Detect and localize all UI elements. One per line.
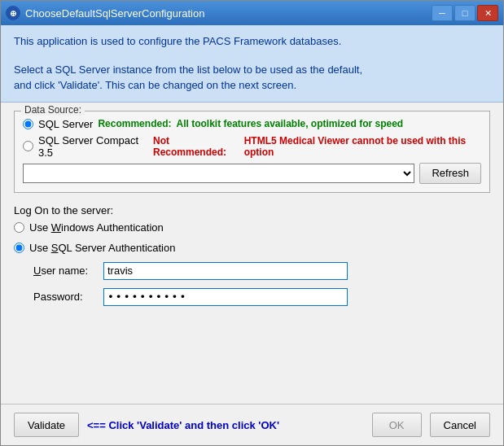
logon-section: Log On to the server: Use Windows Authen… xyxy=(14,204,490,310)
close-button[interactable]: ✕ xyxy=(477,5,498,21)
sql-auth-row: Use SQL Server Authentication xyxy=(14,242,490,254)
password-label: Password: xyxy=(33,291,99,303)
sql-auth-radio[interactable] xyxy=(14,243,24,253)
windows-auth-label[interactable]: Use Windows Authentication xyxy=(29,221,164,234)
bottom-bar: Validate <== Click 'Validate' and then c… xyxy=(1,404,503,445)
bottom-message: <== Click 'Validate' and then click 'OK' xyxy=(87,419,364,431)
sql-server-row: SQL Server Recommended: All toolkit feat… xyxy=(23,118,481,130)
data-source-label: Data Source: xyxy=(21,104,85,116)
content-area: This application is used to configure th… xyxy=(1,25,503,445)
app-icon: ⊕ xyxy=(6,6,20,20)
ok-button[interactable]: OK xyxy=(372,413,422,437)
sql-server-recommendation-text: All toolkit features available, optimize… xyxy=(176,118,403,129)
info-line3: and click 'Validate'. This can be change… xyxy=(14,77,490,94)
validate-button[interactable]: Validate xyxy=(14,413,79,437)
username-label: User name: xyxy=(33,265,99,277)
info-line2: Select a SQL Server instance from the li… xyxy=(14,62,490,78)
title-bar: ⊕ ChooseDefaultSqlServerConfiguration ─ … xyxy=(1,1,503,25)
info-panel: This application is used to configure th… xyxy=(1,25,503,103)
logon-options: Use Windows Authentication Use SQL Serve… xyxy=(14,221,490,310)
minimize-button[interactable]: ─ xyxy=(432,5,453,21)
windows-auth-radio[interactable] xyxy=(14,222,24,233)
main-panel: Data Source: SQL Server Recommended: All… xyxy=(1,103,503,404)
username-input[interactable] xyxy=(103,262,348,280)
sql-server-radio[interactable] xyxy=(23,119,33,129)
sql-auth-label[interactable]: Use SQL Server Authentication xyxy=(29,242,175,254)
title-buttons: ─ □ ✕ xyxy=(432,5,498,21)
sql-server-radio-label[interactable]: SQL Server xyxy=(38,118,93,130)
window-title: ChooseDefaultSqlServerConfiguration xyxy=(25,7,204,20)
maximize-button[interactable]: □ xyxy=(454,5,476,21)
sql-compact-not-recommended-prefix: Not Recommended: xyxy=(153,135,239,158)
sql-compact-radio-label[interactable]: SQL Server Compact 3.5 xyxy=(38,134,148,159)
dropdown-row: Refresh xyxy=(23,163,481,184)
windows-auth-row: Use Windows Authentication xyxy=(14,221,490,234)
logon-title: Log On to the server: xyxy=(14,204,490,216)
info-line1: This application is used to configure th… xyxy=(14,33,490,50)
sql-server-recommendation-prefix: Recommended: xyxy=(98,118,171,129)
data-source-group: Data Source: SQL Server Recommended: All… xyxy=(14,111,490,193)
main-window: ⊕ ChooseDefaultSqlServerConfiguration ─ … xyxy=(0,0,504,446)
cancel-button[interactable]: Cancel xyxy=(430,413,490,437)
sql-compact-recommendation-text: HTML5 Medical Viewer cannot be used with… xyxy=(244,135,481,158)
username-row: User name: xyxy=(14,262,490,280)
sql-compact-row: SQL Server Compact 3.5 Not Recommended: … xyxy=(23,134,481,159)
title-bar-left: ⊕ ChooseDefaultSqlServerConfiguration xyxy=(6,6,204,20)
sql-compact-radio[interactable] xyxy=(23,141,33,151)
password-input[interactable] xyxy=(103,288,348,306)
password-row: Password: xyxy=(14,288,490,306)
refresh-button[interactable]: Refresh xyxy=(419,163,481,184)
server-instance-dropdown[interactable] xyxy=(23,164,414,183)
